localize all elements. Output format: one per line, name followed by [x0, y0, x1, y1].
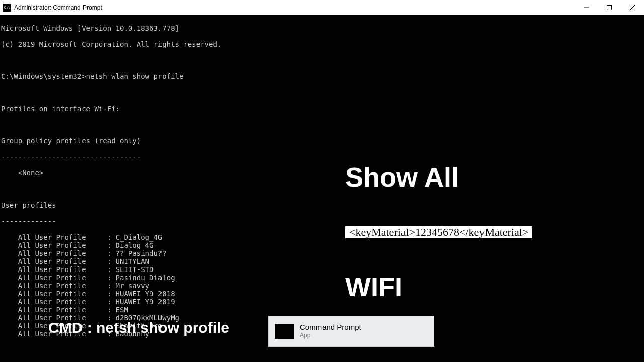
group-policy-header: Group policy profiles (read only): [1, 137, 644, 145]
profile-line: All User Profile : Dialog 4G: [1, 241, 644, 249]
profile-line: All User Profile : Pasindu Dialog: [1, 274, 644, 282]
search-result-text: Command Prompt App: [300, 323, 361, 339]
dashes: -------------: [1, 217, 644, 225]
copyright-line: (c) 2019 Microsoft Corporation. All righ…: [1, 40, 644, 48]
keymaterial-box: <keyMaterial>12345678</keyMaterial>: [345, 226, 532, 238]
close-button[interactable]: [621, 0, 644, 15]
profile-line: All User Profile : HUAWEI Y9 2019: [1, 298, 644, 306]
heading-line: WIFI: [345, 268, 473, 305]
version-line: Microsoft Windows [Version 10.0.18363.77…: [1, 24, 644, 32]
blank-line: [1, 56, 644, 64]
cmd-icon: C:\: [3, 4, 11, 12]
profile-line: All User Profile : Mr_savvy_: [1, 282, 644, 290]
user-profiles-header: User profiles: [1, 201, 644, 209]
dashes: ---------------------------------: [1, 153, 644, 161]
blank-line: [1, 88, 644, 97]
maximize-button[interactable]: [598, 0, 621, 15]
cmd-label: CMD : netsh show profile: [48, 324, 229, 332]
prompt-line: C:\Windows\system32>netsh wlan show prof…: [1, 72, 644, 80]
blank-line: [1, 121, 644, 129]
profile-line: All User Profile : ESM: [1, 306, 644, 314]
profile-line: All User Profile : HUAWEI Y9 2018: [1, 290, 644, 298]
profile-line: All User Profile : SLIIT-STD: [1, 265, 644, 274]
heading-line: Show All: [345, 159, 473, 196]
window-title: Administrator: Command Prompt: [14, 4, 102, 11]
svg-rect-1: [607, 6, 612, 10]
minimize-button[interactable]: [575, 0, 598, 15]
search-result-command-prompt[interactable]: Command Prompt App: [268, 316, 434, 347]
profile-line: All User Profile : UNITYLAN: [1, 257, 644, 265]
cmd-app-icon: [275, 324, 294, 339]
search-result-subtitle: App: [300, 331, 361, 339]
blank-line: [1, 346, 644, 354]
profile-line: All User Profile : C_Dialog_4G: [1, 233, 644, 241]
none-line: <None>: [1, 169, 644, 177]
terminal-output[interactable]: Microsoft Windows [Version 10.0.18363.77…: [0, 15, 644, 362]
search-result-title: Command Prompt: [300, 323, 361, 331]
window-titlebar: C:\ Administrator: Command Prompt: [0, 0, 644, 15]
interface-header: Profiles on interface Wi-Fi:: [1, 105, 644, 113]
window-controls: [575, 0, 644, 15]
blank-line: [1, 185, 644, 193]
profile-line: All User Profile : ?? Pasindu??: [1, 249, 644, 257]
